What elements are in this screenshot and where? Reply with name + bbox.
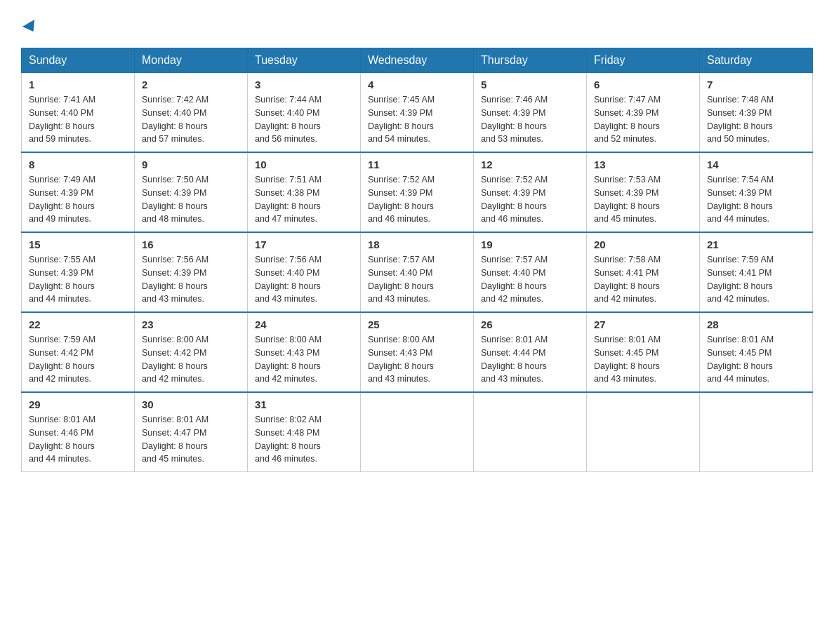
calendar-cell: 18Sunrise: 7:57 AMSunset: 4:40 PMDayligh… [361,232,474,312]
day-info: Sunrise: 7:53 AMSunset: 4:39 PMDaylight:… [594,173,692,226]
calendar-cell: 26Sunrise: 8:01 AMSunset: 4:44 PMDayligh… [474,312,587,392]
day-info: Sunrise: 7:56 AMSunset: 4:40 PMDaylight:… [255,253,353,306]
day-info: Sunrise: 8:01 AMSunset: 4:45 PMDaylight:… [594,333,692,386]
day-number: 15 [29,239,127,250]
day-header-wednesday: Wednesday [361,48,474,73]
day-number: 29 [29,398,127,410]
calendar-cell [700,392,813,472]
day-number: 9 [142,159,240,170]
calendar-cell: 17Sunrise: 7:56 AMSunset: 4:40 PMDayligh… [248,232,361,312]
day-header-sunday: Sunday [22,48,135,73]
day-header-tuesday: Tuesday [248,48,361,73]
day-number: 14 [707,159,805,170]
calendar-cell: 14Sunrise: 7:54 AMSunset: 4:39 PMDayligh… [700,152,813,232]
calendar-cell: 22Sunrise: 7:59 AMSunset: 4:42 PMDayligh… [22,312,135,392]
day-number: 23 [142,318,240,330]
day-info: Sunrise: 7:59 AMSunset: 4:42 PMDaylight:… [29,333,127,386]
day-number: 2 [142,79,240,90]
day-info: Sunrise: 7:47 AMSunset: 4:39 PMDaylight:… [594,93,692,146]
day-info: Sunrise: 8:01 AMSunset: 4:44 PMDaylight:… [481,333,579,386]
day-info: Sunrise: 7:52 AMSunset: 4:39 PMDaylight:… [368,173,466,226]
day-number: 16 [142,239,240,250]
day-number: 30 [142,398,240,410]
day-header-saturday: Saturday [700,48,813,73]
calendar-cell: 8Sunrise: 7:49 AMSunset: 4:39 PMDaylight… [22,152,135,232]
day-number: 22 [29,318,127,330]
calendar-cell: 24Sunrise: 8:00 AMSunset: 4:43 PMDayligh… [248,312,361,392]
calendar-week-row: 1Sunrise: 7:41 AMSunset: 4:40 PMDaylight… [22,73,813,153]
calendar-cell: 25Sunrise: 8:00 AMSunset: 4:43 PMDayligh… [361,312,474,392]
page-header [21,14,813,34]
calendar-cell: 28Sunrise: 8:01 AMSunset: 4:45 PMDayligh… [700,312,813,392]
day-info: Sunrise: 8:00 AMSunset: 4:42 PMDaylight:… [142,333,240,386]
day-number: 21 [707,239,805,250]
calendar-week-row: 15Sunrise: 7:55 AMSunset: 4:39 PMDayligh… [22,232,813,312]
calendar-cell: 29Sunrise: 8:01 AMSunset: 4:46 PMDayligh… [22,392,135,472]
calendar-cell: 5Sunrise: 7:46 AMSunset: 4:39 PMDaylight… [474,73,587,153]
calendar-table: SundayMondayTuesdayWednesdayThursdayFrid… [21,48,813,472]
day-info: Sunrise: 7:55 AMSunset: 4:39 PMDaylight:… [29,253,127,306]
day-number: 7 [707,79,805,90]
calendar-cell: 10Sunrise: 7:51 AMSunset: 4:38 PMDayligh… [248,152,361,232]
calendar-cell: 15Sunrise: 7:55 AMSunset: 4:39 PMDayligh… [22,232,135,312]
day-header-friday: Friday [587,48,700,73]
day-number: 6 [594,79,692,90]
day-info: Sunrise: 7:41 AMSunset: 4:40 PMDaylight:… [29,93,127,146]
day-number: 18 [368,239,466,250]
day-number: 4 [368,79,466,90]
day-info: Sunrise: 7:57 AMSunset: 4:40 PMDaylight:… [481,253,579,306]
day-info: Sunrise: 8:00 AMSunset: 4:43 PMDaylight:… [255,333,353,386]
logo [21,14,38,34]
day-info: Sunrise: 8:01 AMSunset: 4:45 PMDaylight:… [707,333,805,386]
day-info: Sunrise: 7:49 AMSunset: 4:39 PMDaylight:… [29,173,127,226]
day-info: Sunrise: 7:57 AMSunset: 4:40 PMDaylight:… [368,253,466,306]
day-number: 8 [29,159,127,170]
day-number: 26 [481,318,579,330]
calendar-week-row: 22Sunrise: 7:59 AMSunset: 4:42 PMDayligh… [22,312,813,392]
day-number: 11 [368,159,466,170]
calendar-cell: 16Sunrise: 7:56 AMSunset: 4:39 PMDayligh… [135,232,248,312]
day-info: Sunrise: 8:00 AMSunset: 4:43 PMDaylight:… [368,333,466,386]
day-info: Sunrise: 7:46 AMSunset: 4:39 PMDaylight:… [481,93,579,146]
calendar-header-row: SundayMondayTuesdayWednesdayThursdayFrid… [22,48,813,73]
calendar-cell: 3Sunrise: 7:44 AMSunset: 4:40 PMDaylight… [248,73,361,153]
calendar-cell: 11Sunrise: 7:52 AMSunset: 4:39 PMDayligh… [361,152,474,232]
day-number: 27 [594,318,692,330]
day-info: Sunrise: 7:51 AMSunset: 4:38 PMDaylight:… [255,173,353,226]
day-info: Sunrise: 8:01 AMSunset: 4:47 PMDaylight:… [142,413,240,466]
day-number: 31 [255,398,353,410]
calendar-cell [361,392,474,472]
calendar-cell [474,392,587,472]
day-info: Sunrise: 7:58 AMSunset: 4:41 PMDaylight:… [594,253,692,306]
day-header-thursday: Thursday [474,48,587,73]
day-info: Sunrise: 8:02 AMSunset: 4:48 PMDaylight:… [255,413,353,466]
calendar-cell: 19Sunrise: 7:57 AMSunset: 4:40 PMDayligh… [474,232,587,312]
calendar-cell: 2Sunrise: 7:42 AMSunset: 4:40 PMDaylight… [135,73,248,153]
day-info: Sunrise: 7:54 AMSunset: 4:39 PMDaylight:… [707,173,805,226]
calendar-cell: 27Sunrise: 8:01 AMSunset: 4:45 PMDayligh… [587,312,700,392]
day-info: Sunrise: 7:56 AMSunset: 4:39 PMDaylight:… [142,253,240,306]
day-number: 24 [255,318,353,330]
day-number: 28 [707,318,805,330]
day-info: Sunrise: 8:01 AMSunset: 4:46 PMDaylight:… [29,413,127,466]
calendar-week-row: 8Sunrise: 7:49 AMSunset: 4:39 PMDaylight… [22,152,813,232]
calendar-cell: 4Sunrise: 7:45 AMSunset: 4:39 PMDaylight… [361,73,474,153]
day-info: Sunrise: 7:50 AMSunset: 4:39 PMDaylight:… [142,173,240,226]
day-number: 17 [255,239,353,250]
calendar-cell: 9Sunrise: 7:50 AMSunset: 4:39 PMDaylight… [135,152,248,232]
day-number: 10 [255,159,353,170]
day-number: 12 [481,159,579,170]
day-number: 1 [29,79,127,90]
day-header-monday: Monday [135,48,248,73]
day-info: Sunrise: 7:59 AMSunset: 4:41 PMDaylight:… [707,253,805,306]
calendar-cell: 20Sunrise: 7:58 AMSunset: 4:41 PMDayligh… [587,232,700,312]
calendar-cell: 30Sunrise: 8:01 AMSunset: 4:47 PMDayligh… [135,392,248,472]
logo-general-row [21,14,38,34]
day-info: Sunrise: 7:45 AMSunset: 4:39 PMDaylight:… [368,93,466,146]
day-number: 5 [481,79,579,90]
day-info: Sunrise: 7:48 AMSunset: 4:39 PMDaylight:… [707,93,805,146]
day-number: 19 [481,239,579,250]
calendar-cell: 7Sunrise: 7:48 AMSunset: 4:39 PMDaylight… [700,73,813,153]
calendar-cell: 1Sunrise: 7:41 AMSunset: 4:40 PMDaylight… [22,73,135,153]
calendar-cell: 21Sunrise: 7:59 AMSunset: 4:41 PMDayligh… [700,232,813,312]
